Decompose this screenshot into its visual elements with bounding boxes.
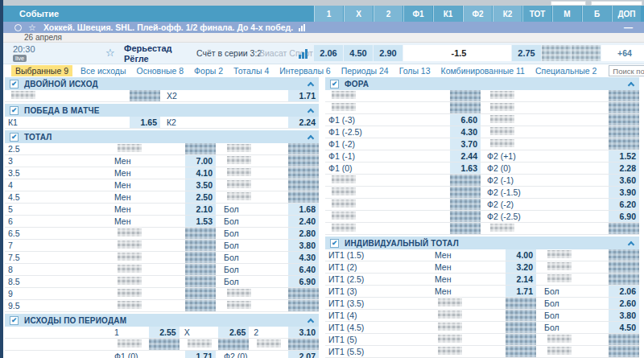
odds-value[interactable]: 6.60 bbox=[450, 114, 481, 126]
odds-value[interactable]: 2.65 bbox=[218, 327, 249, 338]
statistics-icon[interactable] bbox=[299, 49, 308, 59]
odds-value[interactable]: 1.71 bbox=[506, 286, 536, 297]
outcome-label[interactable]: Ф2 (-1.5) bbox=[484, 187, 609, 197]
outcome-label[interactable]: Ф1 (-3) bbox=[325, 115, 450, 125]
collapse-section-icon[interactable] bbox=[308, 108, 314, 114]
odds-value[interactable]: 3.50 bbox=[185, 179, 216, 191]
tab-1[interactable]: Выбранные 9 bbox=[11, 65, 72, 76]
odds-value[interactable]: 6.90 bbox=[288, 276, 319, 287]
collapse-section-icon[interactable] bbox=[308, 81, 314, 88]
outcome-label[interactable]: Бол bbox=[541, 323, 609, 332]
odds-value[interactable]: 2.40 bbox=[288, 216, 319, 227]
odds-value[interactable]: 3.70 bbox=[450, 138, 481, 150]
outcome-label[interactable]: Ф1 (-2) bbox=[325, 139, 450, 149]
outcome-label[interactable]: Бол bbox=[221, 216, 288, 226]
outcome-label[interactable]: Бол bbox=[541, 298, 609, 308]
outcome-label[interactable]: Мен bbox=[113, 192, 185, 202]
outcome-label[interactable]: Ф1 (-1) bbox=[325, 151, 450, 161]
odds-value[interactable]: 2.55 bbox=[149, 327, 180, 338]
odds-value[interactable]: 2.80 bbox=[288, 228, 319, 239]
odds-value[interactable]: 6.90 bbox=[609, 211, 639, 222]
odds-value[interactable]: 2.06 bbox=[609, 286, 639, 297]
market-search-box[interactable] bbox=[609, 65, 644, 76]
favorite-star-icon[interactable]: ☆ bbox=[105, 47, 115, 58]
outcome-label[interactable]: Мен bbox=[113, 204, 185, 214]
outcome-label[interactable]: 1 bbox=[113, 327, 149, 337]
outcome-label[interactable]: Мен bbox=[433, 274, 506, 284]
outcome-label[interactable]: Мен bbox=[433, 250, 506, 260]
team-2[interactable]: Рёгле bbox=[124, 54, 172, 64]
tab-3[interactable]: Основные 8 bbox=[137, 66, 184, 76]
odds-value[interactable]: 1.63 bbox=[450, 163, 481, 174]
odds-value[interactable]: 3.90 bbox=[609, 187, 639, 198]
checkbox-checked[interactable]: ✔ bbox=[10, 316, 19, 325]
tab-6[interactable]: Интервалы 6 bbox=[279, 66, 330, 76]
odds-value[interactable]: 1.52 bbox=[609, 150, 639, 162]
odds-value[interactable]: 3.10 bbox=[288, 327, 319, 338]
odds-value[interactable]: 6.20 bbox=[609, 199, 639, 210]
outcome-label[interactable]: Бол bbox=[221, 265, 288, 274]
tab-7[interactable]: Периоды 24 bbox=[341, 66, 389, 76]
checkbox-checked[interactable]: ✔ bbox=[10, 133, 19, 142]
odds-cell[interactable]: -1.5 bbox=[403, 45, 511, 61]
outcome-label[interactable]: К1 bbox=[5, 117, 130, 127]
outcome-label[interactable]: Бол bbox=[541, 311, 609, 320]
odds-value[interactable]: 4.50 bbox=[609, 322, 639, 333]
outcome-label[interactable]: Бол bbox=[221, 228, 288, 238]
checkbox-checked[interactable]: ✔ bbox=[330, 80, 339, 88]
odds-value[interactable]: 4.10 bbox=[185, 167, 216, 179]
outcome-label[interactable]: Бол bbox=[221, 277, 288, 286]
outcome-label[interactable]: Ф1 (0) bbox=[113, 352, 185, 358]
outcome-label[interactable]: Ф1 (0) bbox=[325, 163, 450, 173]
odds-value[interactable]: 3.60 bbox=[609, 175, 639, 186]
odds-value[interactable]: 1.68 bbox=[288, 204, 319, 215]
search-input[interactable] bbox=[611, 67, 644, 76]
tab-5[interactable]: Тоталы 4 bbox=[233, 66, 269, 76]
odds-value[interactable]: 2.50 bbox=[185, 191, 216, 203]
tab-9[interactable]: Комбинированные 11 bbox=[441, 66, 525, 76]
more-markets-link[interactable]: +64 bbox=[617, 43, 632, 64]
odds-value[interactable]: 1.65 bbox=[130, 117, 160, 128]
odds-cell[interactable]: 4.50 bbox=[344, 45, 373, 61]
collapse-section-icon[interactable] bbox=[308, 134, 314, 141]
collapse-section-icon[interactable] bbox=[628, 81, 634, 88]
odds-value[interactable]: 4.00 bbox=[506, 249, 536, 261]
odds-value[interactable]: 1.71 bbox=[288, 90, 319, 101]
team-1[interactable]: Ферьестад bbox=[124, 43, 172, 54]
odds-value[interactable]: 6.40 bbox=[288, 264, 319, 275]
checkbox-checked[interactable]: ✔ bbox=[330, 239, 339, 248]
team-names[interactable]: Ферьестад Рёгле bbox=[124, 43, 172, 64]
odds-value[interactable]: 2.10 bbox=[185, 204, 216, 215]
odds-cell[interactable]: 2.75 bbox=[512, 45, 541, 61]
outcome-label[interactable]: Бол bbox=[541, 286, 609, 296]
outcome-label[interactable]: Мен bbox=[113, 168, 185, 178]
outcome-label[interactable]: Ф2 (-2) bbox=[484, 200, 609, 209]
odds-value[interactable]: 2.07 bbox=[288, 351, 319, 358]
tab-2[interactable]: Все исходы bbox=[80, 66, 126, 76]
outcome-label[interactable]: Бол bbox=[221, 204, 288, 214]
league-header-row[interactable]: ☆ Хоккей. Швеция. SHL. Плей-офф. 1/2 фин… bbox=[3, 22, 644, 33]
tab-10[interactable]: Специальные 2 bbox=[535, 66, 597, 76]
odds-value[interactable]: 3.20 bbox=[506, 261, 536, 273]
outcome-label[interactable]: Мен bbox=[113, 156, 185, 166]
odds-value[interactable]: 3.80 bbox=[288, 240, 319, 251]
outcome-label[interactable]: Мен bbox=[433, 262, 506, 272]
odds-value[interactable]: 7.00 bbox=[185, 155, 216, 167]
outcome-label[interactable]: Ф2 (+1) bbox=[484, 151, 609, 161]
checkbox-checked[interactable]: ✔ bbox=[10, 106, 19, 115]
outcome-label[interactable]: Бол bbox=[221, 253, 288, 262]
odds-value[interactable]: 3.80 bbox=[609, 310, 639, 321]
collapse-league-icon[interactable]: — bbox=[624, 23, 633, 32]
tab-8[interactable]: Голы 13 bbox=[399, 66, 431, 76]
odds-value[interactable]: 2.28 bbox=[609, 163, 639, 174]
outcome-label[interactable]: Мен bbox=[433, 286, 506, 296]
odds-cell[interactable]: 2.06 bbox=[314, 45, 343, 61]
tab-4[interactable]: Форы 2 bbox=[194, 66, 223, 76]
outcome-label[interactable]: X bbox=[183, 327, 219, 337]
outcome-label[interactable]: Мен bbox=[113, 180, 185, 190]
outcome-label[interactable]: Ф1 (-2.5) bbox=[325, 127, 450, 137]
outcome-label[interactable]: Бол bbox=[221, 241, 288, 250]
outcome-label[interactable]: Ф2 (-2.5) bbox=[484, 212, 609, 221]
collapse-section-icon[interactable] bbox=[628, 241, 634, 247]
outcome-label[interactable]: Мен bbox=[113, 216, 185, 226]
